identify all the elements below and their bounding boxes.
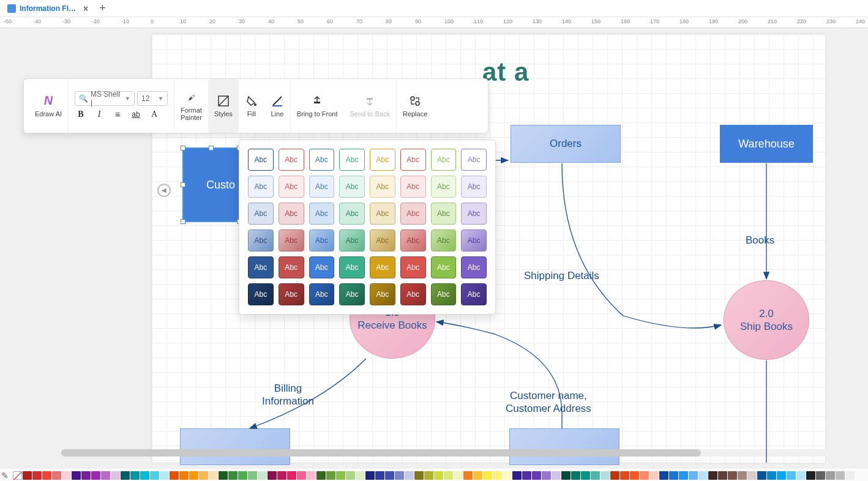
style-swatch[interactable]: Abc (400, 256, 426, 278)
color-chip[interactable] (101, 471, 110, 480)
color-chip[interactable] (796, 471, 806, 480)
color-chip[interactable] (287, 471, 296, 480)
color-chip[interactable] (52, 471, 61, 480)
style-swatch[interactable]: Abc (370, 283, 395, 305)
style-swatch[interactable]: Abc (279, 283, 304, 305)
color-chip[interactable] (62, 471, 71, 480)
color-chip[interactable] (316, 471, 326, 480)
color-chip[interactable] (679, 471, 688, 480)
replace-button[interactable]: Replace (396, 79, 433, 133)
text-style-button[interactable]: ab (130, 108, 142, 121)
styles-button[interactable]: Styles (208, 79, 239, 133)
style-swatch[interactable]: Abc (461, 229, 487, 252)
style-swatch[interactable]: Abc (461, 283, 487, 305)
color-chip[interactable] (669, 471, 678, 480)
node-customer-selected[interactable]: Custo (184, 149, 239, 221)
color-chip[interactable] (414, 471, 424, 480)
color-chip[interactable] (336, 471, 345, 480)
style-swatch[interactable]: Abc (309, 256, 335, 278)
style-swatch[interactable]: Abc (400, 149, 426, 171)
eyedropper-icon[interactable]: ✎ (1, 471, 11, 480)
color-chip[interactable] (836, 471, 845, 480)
bring-front-button[interactable]: Bring to Front (290, 79, 344, 133)
style-swatch[interactable]: Abc (248, 176, 274, 198)
style-swatch[interactable]: Abc (309, 176, 335, 198)
color-chip[interactable] (32, 471, 42, 480)
color-chip[interactable] (91, 471, 100, 480)
color-chip[interactable] (277, 471, 286, 480)
style-swatch[interactable]: Abc (400, 229, 426, 252)
format-painter-button[interactable]: 🖌 Format Painter (174, 79, 208, 133)
color-chip[interactable] (826, 471, 835, 480)
scroll-thumb[interactable] (61, 449, 701, 457)
color-chip[interactable] (816, 471, 825, 480)
color-chip[interactable] (444, 471, 453, 480)
color-chip[interactable] (160, 471, 169, 480)
style-swatch[interactable]: Abc (279, 203, 304, 225)
bold-button[interactable]: B (75, 108, 87, 121)
font-button[interactable]: A (148, 108, 160, 121)
color-chip[interactable] (346, 471, 355, 480)
color-chip[interactable] (81, 471, 91, 480)
color-chip[interactable] (385, 471, 394, 480)
color-chip[interactable] (150, 471, 159, 480)
close-tab-icon[interactable]: × (83, 4, 88, 13)
node-warehouse[interactable]: Warehouse (720, 125, 813, 163)
color-chip[interactable] (219, 471, 228, 480)
style-swatch[interactable]: Abc (339, 229, 365, 252)
color-chip[interactable] (845, 471, 855, 480)
color-chip[interactable] (454, 471, 463, 480)
style-swatch[interactable]: Abc (309, 149, 335, 171)
style-swatch[interactable]: Abc (461, 176, 487, 198)
style-swatch[interactable]: Abc (248, 203, 274, 225)
color-chip[interactable] (591, 471, 600, 480)
color-chip[interactable] (512, 471, 522, 480)
align-button[interactable]: ≡ (111, 108, 124, 121)
color-chip[interactable] (728, 471, 737, 480)
rotate-handle-icon[interactable]: ◄ (157, 184, 171, 197)
color-chip[interactable] (483, 471, 492, 480)
style-swatch[interactable]: Abc (248, 256, 274, 278)
color-chip[interactable] (228, 471, 238, 480)
color-chip[interactable] (424, 471, 433, 480)
style-swatch[interactable]: Abc (461, 149, 487, 171)
style-swatch[interactable]: Abc (339, 176, 365, 198)
color-chip[interactable] (365, 471, 375, 480)
style-swatch[interactable]: Abc (431, 283, 457, 305)
color-chip[interactable] (434, 471, 443, 480)
node-orders[interactable]: Orders (511, 125, 621, 163)
new-tab-button[interactable]: + (99, 2, 106, 15)
font-size-select[interactable]: 12 ▼ (137, 91, 168, 106)
color-chip[interactable] (747, 471, 757, 480)
color-chip[interactable] (503, 471, 512, 480)
color-chip[interactable] (620, 471, 629, 480)
color-chip[interactable] (777, 471, 786, 480)
color-chip[interactable] (552, 471, 561, 480)
color-chip[interactable] (640, 471, 649, 480)
color-chip[interactable] (787, 471, 796, 480)
color-chip[interactable] (561, 471, 571, 480)
line-button[interactable]: Line (264, 79, 290, 133)
color-chip[interactable] (689, 471, 698, 480)
style-swatch[interactable]: Abc (400, 203, 426, 225)
style-swatch[interactable]: Abc (461, 256, 487, 278)
style-swatch[interactable]: Abc (431, 229, 457, 252)
style-swatch[interactable]: Abc (370, 149, 395, 171)
color-chip[interactable] (42, 471, 51, 480)
color-chip[interactable] (179, 471, 189, 480)
color-chip[interactable] (356, 471, 365, 480)
canvas-area[interactable]: at a Orders Warehouse 1.0 Receive Books … (0, 28, 868, 469)
color-chip[interactable] (258, 471, 267, 480)
color-chip[interactable] (532, 471, 541, 480)
color-chip[interactable] (395, 471, 404, 480)
color-chip[interactable] (610, 471, 619, 480)
style-swatch[interactable]: Abc (431, 256, 457, 278)
color-chip[interactable] (170, 471, 179, 480)
color-chip[interactable] (238, 471, 247, 480)
color-chip[interactable] (268, 471, 277, 480)
color-chip[interactable] (738, 471, 747, 480)
document-tab[interactable]: Information Fl… × (2, 2, 93, 15)
color-chip[interactable] (581, 471, 590, 480)
color-chip[interactable] (297, 471, 306, 480)
style-swatch[interactable]: Abc (279, 256, 304, 278)
